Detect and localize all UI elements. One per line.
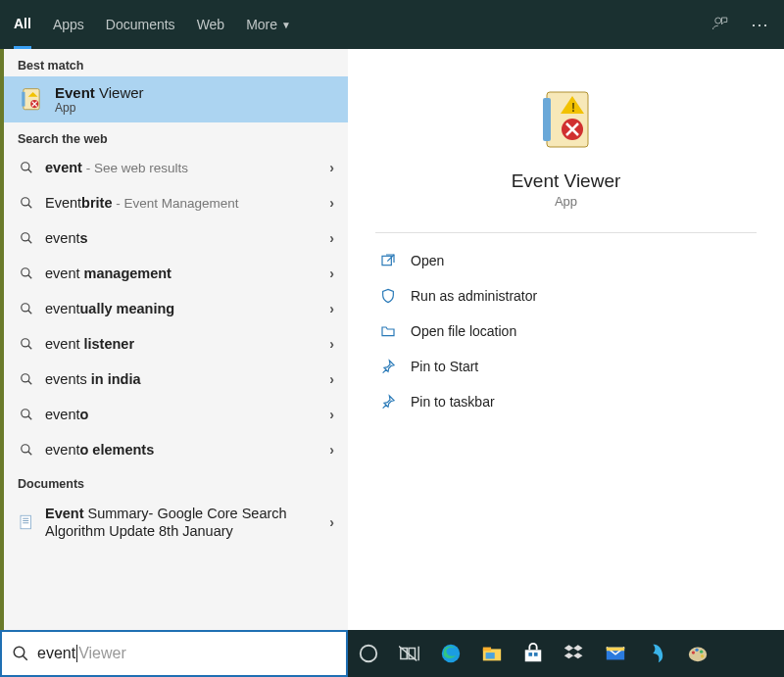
chevron-right-icon: ›	[329, 230, 334, 246]
event-viewer-large-icon: !	[532, 88, 601, 157]
search-input[interactable]: event Viewer	[0, 630, 348, 677]
web-result[interactable]: evento ›	[4, 397, 348, 432]
svg-line-18	[28, 381, 32, 385]
shield-icon	[379, 287, 397, 305]
text-cursor	[76, 645, 77, 662]
chevron-right-icon: ›	[329, 266, 334, 281]
section-best-match: Best match	[4, 49, 348, 76]
svg-line-12	[28, 275, 32, 279]
file-explorer-icon[interactable]	[479, 641, 505, 666]
store-icon[interactable]	[520, 641, 546, 666]
web-result[interactable]: events ›	[4, 220, 348, 256]
search-icon	[18, 337, 35, 351]
edge-icon[interactable]	[438, 641, 464, 666]
svg-point-51	[695, 649, 698, 652]
search-icon	[12, 645, 29, 662]
mail-icon[interactable]	[603, 641, 628, 666]
svg-point-35	[361, 646, 377, 662]
svg-point-53	[701, 654, 704, 657]
document-result[interactable]: Event Summary- Google Core Search Algori…	[4, 495, 348, 550]
svg-line-6	[28, 169, 32, 173]
svg-rect-43	[486, 653, 495, 658]
svg-line-14	[28, 311, 32, 314]
chevron-down-icon: ▼	[281, 20, 291, 30]
chevron-right-icon: ›	[329, 195, 334, 211]
search-icon	[18, 408, 35, 421]
task-view-icon[interactable]	[397, 641, 422, 666]
pin-icon	[379, 393, 397, 411]
taskbar	[348, 630, 784, 677]
search-icon	[18, 372, 35, 386]
cortana-icon[interactable]	[356, 641, 381, 666]
action-open[interactable]: Open	[375, 243, 757, 278]
search-autocomplete-ghost: Viewer	[78, 645, 126, 662]
svg-line-16	[28, 346, 32, 350]
feedback-icon[interactable]	[711, 15, 729, 35]
best-match-subtitle: App	[55, 101, 144, 115]
chevron-right-icon: ›	[329, 160, 334, 175]
preview-panel: ! Event Viewer App Open Run as administ	[348, 49, 784, 630]
svg-text:!: !	[571, 101, 575, 115]
tab-apps[interactable]: Apps	[53, 0, 84, 49]
tab-web[interactable]: Web	[197, 0, 225, 49]
open-icon	[379, 252, 397, 269]
best-match-title: Event Viewer	[55, 84, 144, 101]
svg-rect-46	[534, 653, 538, 656]
action-run-admin[interactable]: Run as administrator	[375, 278, 757, 314]
svg-line-8	[28, 205, 32, 209]
results-panel: Best match Event Viewer App Search	[0, 49, 348, 630]
svg-point-7	[22, 198, 29, 206]
web-result[interactable]: Eventbrite - Event Management ›	[4, 185, 348, 220]
svg-point-17	[22, 374, 29, 382]
svg-rect-42	[483, 648, 491, 652]
pin-icon	[379, 358, 397, 375]
paint-icon[interactable]	[685, 641, 710, 666]
section-documents: Documents	[4, 467, 348, 495]
event-viewer-icon	[18, 86, 45, 114]
tab-documents[interactable]: Documents	[106, 0, 175, 49]
search-icon	[18, 443, 35, 457]
svg-point-9	[22, 233, 29, 241]
tab-all[interactable]: All	[14, 0, 31, 49]
preview-title: Event Viewer	[375, 170, 757, 192]
svg-point-0	[715, 18, 721, 24]
svg-rect-28	[543, 98, 551, 141]
svg-rect-48	[607, 648, 624, 652]
svg-point-15	[22, 339, 29, 347]
web-result[interactable]: event management ›	[4, 256, 348, 291]
svg-point-33	[14, 647, 24, 657]
svg-rect-44	[525, 650, 542, 661]
search-icon	[18, 302, 35, 315]
svg-point-13	[22, 304, 29, 312]
svg-line-22	[28, 452, 32, 456]
search-icon	[18, 266, 35, 280]
more-options-icon[interactable]: ⋯	[751, 14, 770, 35]
folder-icon	[379, 322, 397, 340]
search-typed-text: event	[37, 645, 75, 662]
chevron-right-icon: ›	[329, 407, 334, 422]
preview-subtitle: App	[375, 194, 757, 209]
action-open-location[interactable]: Open file location	[375, 314, 757, 349]
svg-line-34	[23, 655, 27, 660]
chevron-right-icon: ›	[329, 336, 334, 352]
search-filter-tabs: All Apps Documents Web More▼ ⋯	[0, 0, 784, 49]
search-icon	[18, 231, 35, 245]
svg-rect-45	[528, 653, 532, 656]
svg-point-19	[22, 410, 29, 417]
svg-point-50	[692, 651, 695, 653]
web-result[interactable]: event - See web results ›	[4, 150, 348, 185]
app-icon[interactable]	[644, 641, 669, 666]
tab-more[interactable]: More▼	[246, 0, 291, 49]
section-search-web: Search the web	[4, 122, 348, 150]
action-pin-taskbar[interactable]: Pin to taskbar	[375, 384, 757, 419]
web-result[interactable]: eventually meaning ›	[4, 291, 348, 326]
web-result[interactable]: evento elements ›	[4, 432, 348, 467]
best-match-item[interactable]: Event Viewer App	[4, 76, 348, 122]
action-pin-start[interactable]: Pin to Start	[375, 349, 757, 384]
web-result[interactable]: event listener ›	[4, 326, 348, 362]
search-icon	[18, 196, 35, 210]
chevron-right-icon: ›	[329, 371, 334, 387]
dropbox-icon[interactable]	[562, 641, 587, 666]
svg-line-20	[28, 416, 32, 420]
web-result[interactable]: events in india ›	[4, 362, 348, 397]
